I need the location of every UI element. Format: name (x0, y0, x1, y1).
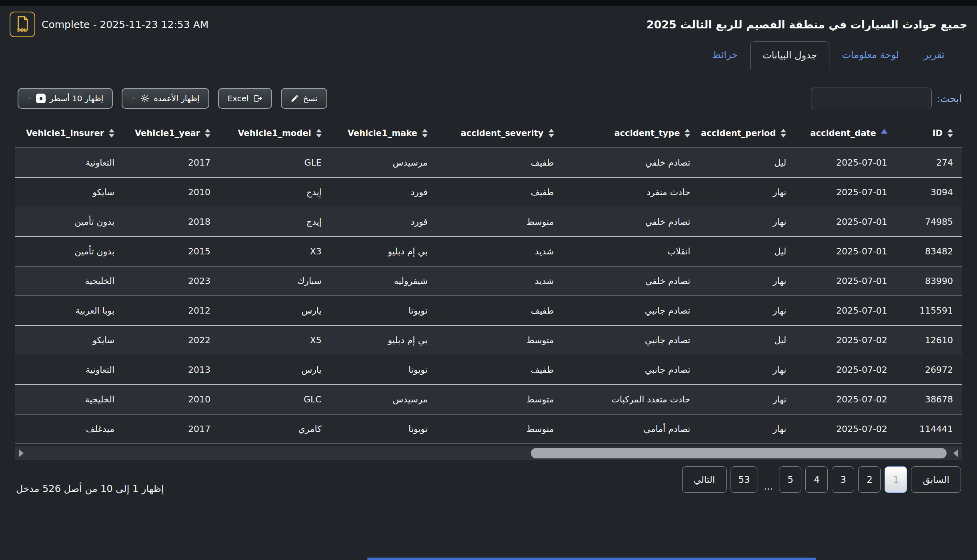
caret-down-icon (131, 97, 136, 100)
table-cell: التعاونية (15, 355, 123, 384)
table-cell: شديد (436, 266, 563, 296)
copy-button[interactable]: نسخ (281, 88, 327, 109)
table-cell: تصادم جانبي (563, 325, 699, 355)
caret-down-icon (27, 97, 32, 100)
table-cell: شديد (436, 236, 563, 266)
table-cell: متوسط (436, 325, 563, 355)
sort-both-icon (422, 129, 428, 138)
column-header-accident_period[interactable]: accident_period (699, 119, 795, 148)
table-cell: 2022 (123, 325, 219, 355)
sort-asc-icon (881, 129, 887, 138)
table-cell: شيفروليه (330, 266, 436, 296)
column-header-Vehicle1_insurer[interactable]: Vehicle1_insurer (15, 119, 123, 148)
column-header-ID[interactable]: ID (896, 119, 962, 148)
table-body: 2742025-07-01ليلتصادم خلفيطفيفمرسيدسGLE2… (15, 148, 962, 444)
column-header-Vehicle1_make[interactable]: Vehicle1_make (330, 119, 436, 148)
column-label: accident_severity (461, 128, 544, 138)
table-row: 30942025-07-01نهارحادث منفردطفيففوردإيدج… (15, 177, 962, 207)
table-cell: فورد (330, 177, 436, 207)
window-top-strip (0, 0, 977, 6)
table-cell: GLE (219, 148, 330, 177)
table-cell: تويوتا (330, 355, 436, 384)
column-label: accident_period (701, 128, 776, 138)
table-cell: 2012 (123, 296, 219, 325)
pagination-page-1[interactable]: 1 (885, 466, 907, 493)
sort-both-icon (947, 129, 953, 138)
sql-document-glyph: SQL (14, 15, 31, 34)
tab-dashboard[interactable]: لوحة معلومات (829, 41, 911, 69)
table-cell: ليل (699, 325, 795, 355)
status-area: SQL Complete - 2025-11-23 12:53 AM (10, 12, 208, 37)
search-input[interactable] (811, 88, 932, 109)
table-cell: 2025-07-02 (795, 355, 896, 384)
table-cell: سايكو (15, 325, 123, 355)
sort-both-icon (316, 129, 322, 138)
table-cell: 2017 (123, 414, 219, 444)
table-cell: 2025-07-02 (795, 414, 896, 444)
table-cell: 26972 (896, 355, 962, 384)
table-cell: 114441 (896, 414, 962, 444)
show-columns-button[interactable]: إظهار الأعمدة (122, 88, 209, 109)
excel-export-button[interactable]: Excel (218, 88, 272, 109)
show-columns-label: إظهار الأعمدة (154, 94, 199, 103)
column-header-Vehicle1_year[interactable]: Vehicle1_year (123, 119, 219, 148)
table-cell: متوسط (436, 207, 563, 236)
table-cell: نهار (699, 384, 795, 414)
column-label: Vehicle1_year (135, 128, 200, 138)
table-cell: 74985 (896, 207, 962, 236)
table-cell: 2018 (123, 207, 219, 236)
pagination-previous[interactable]: السابق (911, 466, 961, 493)
toolbar-button-group: إظهار 10 أسطر إظهار الأعمدة Excel (18, 88, 327, 109)
table-cell: تصادم أمامي (563, 414, 699, 444)
table-header-row: IDaccident_dateaccident_periodaccident_t… (15, 119, 962, 148)
table-cell: يارس (219, 355, 330, 384)
table-cell: نهار (699, 296, 795, 325)
table-cell: 2025-07-02 (795, 325, 896, 355)
pagination-page-5[interactable]: 5 (779, 466, 801, 493)
page-title: جميع حوادث السيارات في منطقة القصيم للرب… (647, 18, 967, 31)
tab-maps[interactable]: خرائط (700, 41, 750, 69)
sql-file-icon[interactable]: SQL (10, 12, 35, 37)
table-hscrollbar-thumb[interactable] (531, 448, 947, 458)
table-cell: 2013 (123, 355, 219, 384)
tab-data-table[interactable]: جدول البيانات (750, 41, 829, 69)
pagination-page-4[interactable]: 4 (805, 466, 828, 493)
table-hscrollbar[interactable] (15, 446, 962, 460)
column-label: Vehicle1_make (348, 128, 417, 138)
pagination-page-3[interactable]: 3 (832, 466, 854, 493)
table-cell: طفيف (436, 177, 563, 207)
pagination-page-2[interactable]: 2 (858, 466, 881, 493)
tab-report[interactable]: تقرير (911, 41, 957, 69)
status-text: Complete - 2025-11-23 12:53 AM (42, 19, 208, 30)
table-cell: 12610 (896, 325, 962, 355)
table-cell: فورد (330, 207, 436, 236)
table-cell: 3094 (896, 177, 962, 207)
table-cell: التعاونية (15, 148, 123, 177)
column-header-accident_severity[interactable]: accident_severity (436, 119, 563, 148)
table-cell: 2023 (123, 266, 219, 296)
table-row: 1144412025-07-02نهارتصادم أماميمتوسطتويو… (15, 414, 962, 444)
column-header-Vehicle1_model[interactable]: Vehicle1_model (219, 119, 330, 148)
table-cell: الخليجية (15, 266, 123, 296)
table-cell: يارس (219, 296, 330, 325)
table-cell: 274 (896, 148, 962, 177)
table-cell: ميدغلف (15, 414, 123, 444)
scroll-right-arrow-icon[interactable] (19, 449, 24, 457)
column-header-accident_type[interactable]: accident_type (563, 119, 699, 148)
pagination-page-53[interactable]: 53 (731, 466, 757, 493)
sort-both-icon (549, 129, 554, 138)
page-hscrollbar-thumb[interactable] (367, 558, 816, 560)
scroll-left-arrow-icon[interactable] (953, 449, 958, 457)
table-cell: متوسط (436, 414, 563, 444)
column-header-accident_date[interactable]: accident_date (795, 119, 896, 148)
table-cell: بوبا العربية (15, 296, 123, 325)
table-row: 749852025-07-01نهارتصادم خلفيمتوسطفوردإي… (15, 207, 962, 236)
table-cell: تصادم خلفي (563, 148, 699, 177)
table-cell: حادث منفرد (563, 177, 699, 207)
table-row: 2742025-07-01ليلتصادم خلفيطفيفمرسيدسGLE2… (15, 148, 962, 177)
show-rows-button[interactable]: إظهار 10 أسطر (18, 88, 113, 109)
table-cell: نهار (699, 266, 795, 296)
column-label: accident_date (810, 128, 876, 138)
pagination-next[interactable]: التالي (682, 466, 727, 493)
table-row: 1155912025-07-01نهارتصادم جانبيطفيفتويوت… (15, 296, 962, 325)
